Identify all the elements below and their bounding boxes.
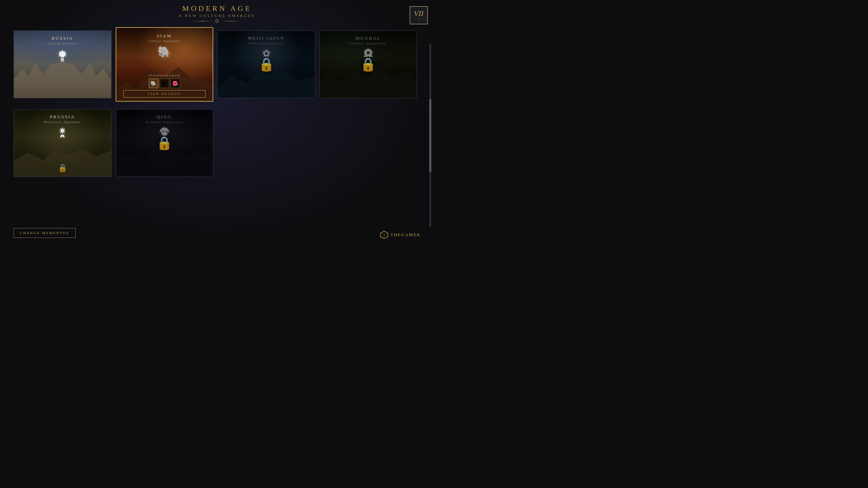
culture-tags-russia: Cultural, Scientific	[47, 42, 77, 45]
lock-overlay-meiji: 🔒	[218, 31, 315, 98]
scrollbar-track[interactable]	[429, 44, 431, 227]
page-title: MODERN AGE	[0, 4, 434, 13]
leader-icons-siam: 🐘 🏛 🌺	[149, 79, 180, 88]
leader-icon-2[interactable]: 🏛	[160, 79, 169, 88]
leader-icon-1[interactable]: 🐘	[149, 79, 158, 88]
thegamer-logo: T THEGAMER	[380, 230, 420, 239]
culture-icon-prussia	[56, 126, 68, 141]
culture-name-russia: RUSSIA	[52, 36, 73, 41]
divider-line-right	[221, 21, 241, 21]
culture-icon-russia	[55, 48, 70, 66]
cultures-grid: RUSSIA Cultural, Scientific	[14, 30, 417, 182]
card-content-siam: SIAM Cultural, Diplomatic 🐘 ITSAPHARAHAB…	[116, 28, 213, 101]
view-details-button[interactable]: VIEW DETAILS	[123, 90, 205, 98]
header: MODERN AGE A NEW CULTURE EMERGES	[0, 0, 434, 22]
scrollbar-thumb[interactable]	[429, 99, 431, 172]
lock-icon-mughal: 🔒	[360, 58, 376, 71]
culture-name-prussia: PRUSSIA	[50, 114, 75, 120]
prussia-lock-hint: 🔒	[58, 164, 67, 172]
svg-text:T: T	[383, 233, 385, 237]
culture-card-prussia[interactable]: PRUSSIA Militaristic, Diplomatic 🔒	[14, 109, 112, 177]
change-mementos-button[interactable]: CHANGE MEMENTOS	[14, 228, 76, 238]
leader-name-siam: ITSAPHARAHAB	[149, 74, 180, 77]
lock-overlay-qing: 🔒	[116, 109, 213, 177]
divider-diamond	[215, 19, 219, 23]
age-number: 5	[418, 17, 420, 21]
lock-icon-qing: 🔒	[156, 137, 172, 149]
age-numeral: VII	[414, 10, 423, 17]
age-badge: VII 5	[410, 6, 428, 24]
page-subtitle: A NEW CULTURE EMERGES	[0, 14, 434, 18]
header-divider	[0, 20, 434, 22]
svg-point-0	[61, 55, 64, 57]
culture-card-russia[interactable]: RUSSIA Cultural, Scientific	[14, 30, 112, 98]
lock-overlay-mughal: 🔒	[320, 31, 417, 98]
culture-card-siam[interactable]: SIAM Cultural, Diplomatic 🐘 ITSAPHARAHAB…	[116, 27, 214, 102]
culture-card-mughal[interactable]: MUGHAL Economic, Expansionist 🔒	[319, 30, 417, 98]
culture-card-meiji[interactable]: MEIJI JAPAN Militaristic, Scientific ✿ 🔒	[217, 30, 315, 98]
culture-tags-siam: Cultural, Diplomatic	[149, 39, 181, 43]
culture-card-qing[interactable]: QING Economic, Expansionist 🔒	[116, 109, 214, 177]
lock-icon-meiji: 🔒	[258, 58, 274, 71]
leader-icon-3[interactable]: 🌺	[171, 79, 180, 88]
culture-tags-prussia: Militaristic, Diplomatic	[44, 120, 81, 124]
card-content-russia: RUSSIA Cultural, Scientific	[14, 31, 111, 98]
thegamer-text: THEGAMER	[391, 232, 420, 238]
culture-icon-siam: 🐘	[158, 45, 171, 58]
thegamer-icon: T	[380, 230, 389, 239]
culture-name-siam: SIAM	[157, 33, 172, 39]
divider-line-left	[193, 21, 213, 21]
